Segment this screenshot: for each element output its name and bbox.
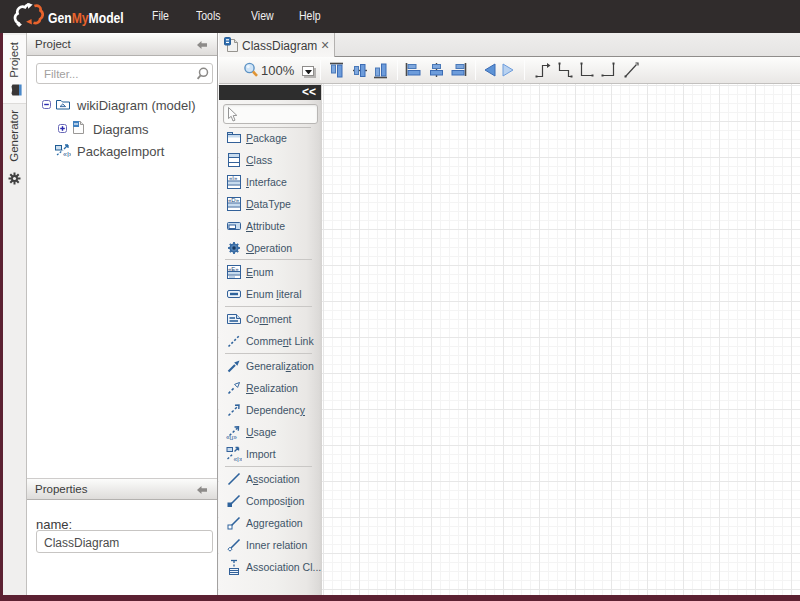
svg-text:«D»: «D» — [228, 197, 240, 203]
svg-text:«u»: «u» — [226, 434, 237, 441]
svg-text:«I»: «I» — [234, 456, 243, 463]
svg-text:«I»: «I» — [229, 175, 238, 181]
svg-text:«I»: «I» — [63, 151, 71, 157]
svg-text:«E»: «E» — [228, 266, 239, 272]
